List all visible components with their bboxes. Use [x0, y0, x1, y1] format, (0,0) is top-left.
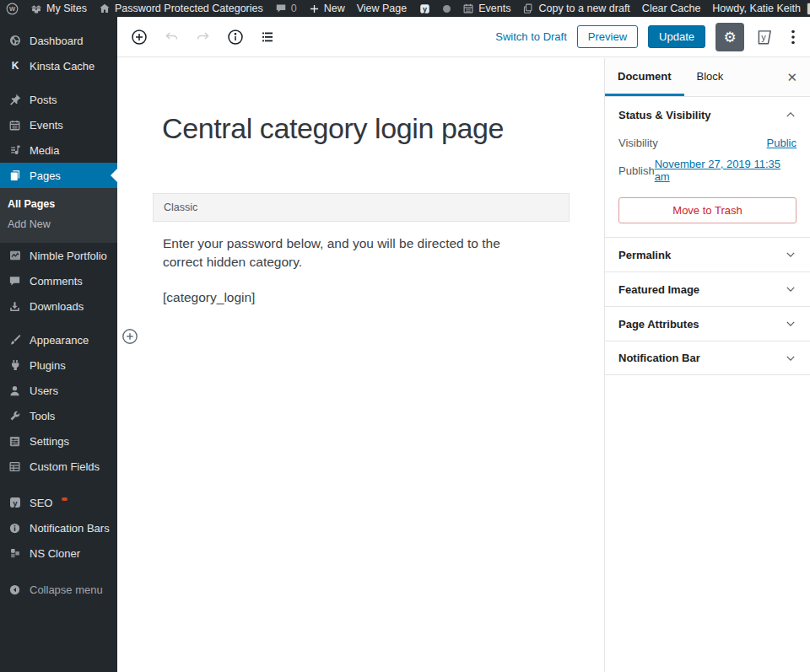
site-menu[interactable]: Password Protected Categories	[93, 0, 269, 17]
status-indicator-menu[interactable]	[437, 0, 456, 17]
tab-block[interactable]: Block	[684, 58, 737, 96]
yoast-sidebar-button[interactable]: y	[754, 27, 775, 47]
sidebar-item-nimble-portfolio[interactable]: Nimble Portfolio	[0, 243, 117, 268]
block-navigation-button[interactable]	[256, 25, 279, 49]
kinsta-icon: K	[8, 59, 22, 73]
account-menu[interactable]: Howdy, Katie Keith	[706, 0, 810, 17]
sidebar-label: Custom Fields	[30, 460, 100, 473]
sidebar-item-comments[interactable]: Comments	[0, 268, 117, 293]
post-paragraph[interactable]: Enter your password below, and you will …	[163, 234, 541, 271]
section-status-visibility[interactable]: Status & Visibility	[605, 97, 810, 132]
sidebar-item-dashboard[interactable]: Dashboard	[0, 28, 117, 53]
section-title: Page Attributes	[618, 318, 699, 331]
sidebar-item-events[interactable]: Events	[0, 112, 117, 137]
publish-label: Publish	[618, 164, 655, 177]
admin-bar-right: y Events Copy to a new draft Clear Cache…	[413, 0, 810, 17]
sidebar-label: Dashboard	[30, 35, 84, 47]
sidebar-item-appearance[interactable]: Appearance	[0, 327, 117, 352]
sidebar-label: NS Cloner	[30, 547, 80, 560]
move-to-trash-button[interactable]: Move to Trash	[618, 197, 796, 223]
sidebar-item-pages[interactable]: Pages	[0, 163, 117, 188]
sidebar-item-notification-bars[interactable]: Notification Bars	[0, 515, 117, 540]
portfolio-icon	[8, 249, 22, 263]
dashboard-icon	[8, 34, 22, 48]
events-admin-menu[interactable]: Events	[456, 0, 516, 17]
section-featured-image[interactable]: Featured Image	[605, 271, 810, 306]
post-title-input[interactable]: Central category login page	[162, 112, 584, 145]
chevron-up-icon	[785, 109, 796, 121]
sidebar-label: Users	[30, 384, 58, 397]
sidebar-item-tools[interactable]: Tools	[0, 403, 117, 428]
undo-button[interactable]	[159, 25, 183, 49]
submenu-all-pages[interactable]: All Pages	[0, 194, 117, 214]
preview-button[interactable]: Preview	[577, 25, 638, 48]
comment-bubble-icon	[275, 3, 287, 14]
grid-icon	[8, 460, 22, 474]
collapse-icon	[8, 583, 22, 597]
sidebar-item-posts[interactable]: Posts	[0, 87, 117, 112]
clear-cache-menu[interactable]: Clear Cache	[636, 0, 706, 17]
block-inserter-button[interactable]	[127, 25, 151, 49]
switch-to-draft-button[interactable]: Switch to Draft	[495, 30, 567, 43]
publish-row: Publish November 27, 2019 11:35 am	[618, 153, 796, 187]
chevron-down-icon	[785, 283, 796, 295]
view-page-menu[interactable]: View Page	[351, 0, 413, 17]
sidebar-label: Settings	[30, 435, 69, 448]
media-icon	[8, 143, 22, 158]
sidebar-label: Nimble Portfolio	[30, 250, 107, 262]
yoast-icon: y	[8, 496, 22, 510]
new-content-menu[interactable]: New	[303, 0, 351, 17]
sidebar-collapse-menu[interactable]: Collapse menu	[0, 577, 117, 602]
sidebar-item-custom-fields[interactable]: Custom Fields	[0, 454, 117, 479]
svg-text:W: W	[9, 5, 16, 13]
visibility-label: Visibility	[618, 137, 658, 149]
chevron-down-icon	[785, 249, 796, 261]
classic-block-label: Classic	[154, 194, 569, 221]
section-page-attributes[interactable]: Page Attributes	[605, 306, 810, 341]
calendar-icon	[8, 118, 22, 132]
block-append-button[interactable]	[122, 328, 138, 345]
section-permalink[interactable]: Permalink	[605, 237, 810, 271]
submenu-add-new[interactable]: Add New	[0, 214, 117, 234]
new-label: New	[324, 3, 345, 14]
post-shortcode[interactable]: [category_login]	[163, 290, 255, 305]
tab-document[interactable]: Document	[605, 58, 684, 96]
sidebar-item-settings[interactable]: Settings	[0, 428, 117, 454]
content-structure-button[interactable]	[224, 25, 247, 49]
yoast-admin-menu[interactable]: y	[413, 0, 437, 17]
sidebar-item-kinsta-cache[interactable]: K Kinsta Cache	[0, 53, 117, 78]
sidebar-item-plugins[interactable]: Plugins	[0, 352, 117, 378]
sidebar-item-users[interactable]: Users	[0, 378, 117, 403]
admin-bar: W My Sites Password Protected Categories…	[0, 0, 810, 17]
sidebar-label: Posts	[30, 94, 57, 106]
settings-gear-button[interactable]: ⚙	[716, 23, 744, 51]
copy-draft-menu[interactable]: Copy to a new draft	[516, 0, 635, 17]
visibility-value-link[interactable]: Public	[767, 137, 796, 149]
copy-draft-label: Copy to a new draft	[538, 3, 629, 14]
avatar	[807, 3, 810, 15]
editor-toolbar-right: Switch to Draft Preview Update ⚙ y	[495, 23, 802, 51]
sidebar-item-ns-cloner[interactable]: NS Cloner	[0, 540, 117, 566]
section-title: Status & Visibility	[618, 109, 711, 121]
svg-text:K: K	[11, 60, 19, 72]
more-options-button[interactable]	[785, 25, 802, 49]
close-settings-button[interactable]: ✕	[774, 58, 810, 96]
sidebar-label: Comments	[30, 275, 83, 288]
wordpress-logo-icon: W	[6, 3, 19, 15]
sidebar-label: Collapse menu	[30, 583, 103, 596]
section-notification-bar[interactable]: Notification Bar	[605, 341, 810, 375]
editor-toolbar: Switch to Draft Preview Update ⚙ y	[117, 17, 810, 57]
classic-block[interactable]: Classic	[153, 193, 570, 222]
redo-button[interactable]	[192, 25, 215, 49]
publish-date-link[interactable]: November 27, 2019 11:35 am	[655, 158, 796, 183]
sidebar-item-media[interactable]: Media	[0, 137, 117, 163]
my-sites-menu[interactable]: My Sites	[24, 0, 93, 17]
comments-menu[interactable]: 0	[269, 0, 303, 17]
wordpress-logo-menu[interactable]: W	[0, 0, 24, 17]
download-icon	[8, 299, 22, 314]
update-button[interactable]: Update	[648, 25, 705, 48]
sidebar-item-seo[interactable]: y SEO	[0, 490, 117, 515]
comment-icon	[8, 274, 22, 288]
sidebar-label: Notification Bars	[30, 522, 110, 535]
sidebar-item-downloads[interactable]: Downloads	[0, 293, 117, 319]
